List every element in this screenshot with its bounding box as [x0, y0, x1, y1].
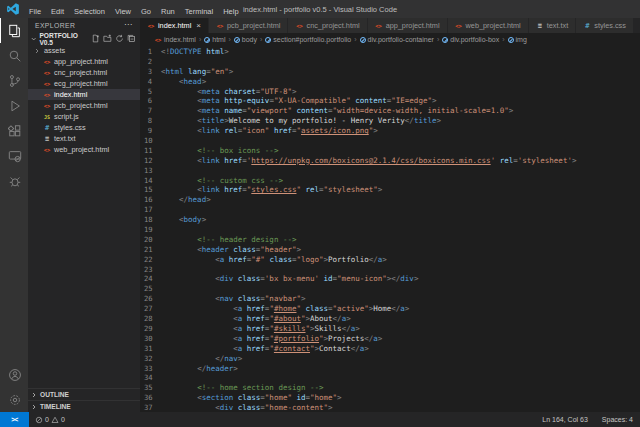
line-number: 1	[144, 47, 161, 57]
file-item-pcb_project-html[interactable]: <>pcb_project.html	[28, 100, 140, 111]
menu-file[interactable]: File	[24, 7, 46, 16]
line-number: 7	[144, 106, 161, 116]
menu-view[interactable]: View	[110, 7, 136, 16]
breadcrumb-item[interactable]: div.portfolio-container	[360, 36, 434, 43]
line-content: <!-- home section design -->	[161, 383, 324, 393]
chevron-right-icon	[30, 391, 38, 399]
css-file-icon: #	[583, 22, 591, 30]
remote-explorer-icon[interactable]	[0, 143, 28, 168]
collapse-all-icon[interactable]	[127, 34, 136, 43]
code-line: 36 <section class="home" id="home">	[140, 393, 640, 403]
folder-item-assets[interactable]: assets	[28, 45, 140, 56]
file-item-app_project-html[interactable]: <>app_project.html	[28, 56, 140, 67]
code-editor[interactable]: 1<!DOCTYPE html>23<html lang="en">4 <hea…	[140, 46, 640, 412]
breadcrumb-item[interactable]: section#portfolio.portfolio	[265, 36, 351, 43]
line-number: 4	[144, 77, 161, 87]
line-content: <a href="#home" class="active">Home</a>	[161, 304, 409, 314]
code-line: 22 <a href="#" class="logo">Portfolio</a…	[140, 255, 640, 265]
settings-icon[interactable]	[0, 387, 28, 412]
line-content: <div class="home-content">	[161, 403, 333, 412]
file-item-ecg_project-html[interactable]: <>ecg_project.html	[28, 78, 140, 89]
html-file-icon: <>	[43, 81, 51, 87]
line-number: 9	[144, 126, 161, 136]
bug-tool-icon[interactable]	[0, 168, 28, 193]
code-line: 2	[140, 57, 640, 67]
menu-selection[interactable]: Selection	[69, 7, 110, 16]
line-number: 12	[144, 156, 161, 166]
tab-web_project-html[interactable]: <>web_project.html	[448, 18, 529, 33]
file-item-text-txt[interactable]: ≡text.txt	[28, 133, 140, 144]
line-content: <meta http-equiv="X-UA-Compatible" conte…	[161, 96, 436, 106]
line-number: 21	[144, 245, 161, 255]
menu-run[interactable]: Run	[156, 7, 180, 16]
new-folder-icon[interactable]	[103, 34, 112, 43]
line-content: <!-- box icons -->	[161, 146, 278, 156]
html-file-icon: <>	[154, 37, 162, 43]
file-item-web_project-html[interactable]: <>web_project.html	[28, 144, 140, 155]
explorer-header: EXPLORER ⋯	[28, 18, 140, 32]
timeline-panel-header[interactable]: TIMELINE	[28, 400, 140, 412]
tab-text-txt[interactable]: ≡text.txt	[529, 18, 577, 33]
breadcrumb-item[interactable]: img	[508, 36, 527, 43]
file-name-label: ecg_project.html	[54, 79, 108, 88]
line-number: 32	[144, 354, 161, 364]
html-file-icon: <>	[43, 92, 51, 98]
new-file-icon[interactable]	[91, 34, 100, 43]
explorer-section-header[interactable]: PORTFOLIO V0.5	[28, 32, 140, 45]
file-item-index-html[interactable]: <>index.html	[28, 89, 140, 100]
menu-help[interactable]: Help	[218, 7, 243, 16]
explorer-title: EXPLORER	[35, 22, 75, 29]
tab-cnc_project-html[interactable]: <>cnc_project.html	[288, 18, 367, 33]
tab-styles-css[interactable]: #styles.css	[576, 18, 634, 33]
breadcrumb-separator: ›	[225, 36, 233, 43]
line-number: 10	[144, 136, 161, 146]
remote-indicator[interactable]: ><	[0, 412, 29, 427]
warning-icon	[51, 416, 59, 424]
explorer-icon[interactable]	[0, 18, 28, 43]
outline-panel-header[interactable]: OUTLINE	[28, 388, 140, 400]
file-item-styles-css[interactable]: #styles.css	[28, 122, 140, 133]
line-content: <meta name="viewport" content="width=dev…	[161, 106, 513, 116]
html-file-icon: <>	[43, 70, 51, 76]
line-number: 8	[144, 116, 161, 126]
extensions-icon[interactable]	[0, 118, 28, 143]
run-and-debug-icon[interactable]	[0, 93, 28, 118]
cursor-position[interactable]: Ln 164, Col 63	[535, 416, 595, 423]
tab-app_project-html[interactable]: <>app_project.html	[368, 18, 448, 33]
file-item-cnc_project-html[interactable]: <>cnc_project.html	[28, 67, 140, 78]
code-line: 14 <!-- custom css -->	[140, 176, 640, 186]
line-content: <link href='https://unpkg.com/boxicons@2…	[161, 156, 576, 166]
code-line: 16 </head>	[140, 195, 640, 205]
txt-file-icon: ≡	[43, 135, 51, 143]
source-control-icon[interactable]	[0, 68, 28, 93]
code-line: 11 <!-- box icons -->	[140, 146, 640, 156]
code-line: 26 <nav class="navbar">	[140, 294, 640, 304]
code-line: 37 <div class="home-content">	[140, 403, 640, 412]
breadcrumb-item[interactable]: html	[204, 36, 225, 43]
editor-group: <>index.html×<>pcb_project.html<>cnc_pro…	[140, 18, 640, 412]
tab-pcb_project-html[interactable]: <>pcb_project.html	[209, 18, 289, 33]
html-element-symbol-icon	[265, 37, 271, 43]
file-item-script-js[interactable]: JSscript.js	[28, 111, 140, 122]
breadcrumb-item[interactable]: div.portfolio-box	[442, 36, 499, 43]
refresh-icon[interactable]	[115, 34, 124, 43]
breadcrumb-item[interactable]: body	[234, 36, 257, 43]
indentation-setting[interactable]: Spaces: 4	[595, 416, 640, 423]
tab-index-html[interactable]: <>index.html×	[140, 18, 209, 33]
menu-terminal[interactable]: Terminal	[180, 7, 218, 16]
problems-indicator[interactable]: 0 0	[29, 416, 71, 424]
html-file-icon: <>	[455, 23, 463, 29]
line-content: <!-- custom css -->	[161, 176, 283, 186]
line-content: <body>	[161, 215, 206, 225]
more-actions-icon[interactable]: ⋯	[124, 22, 133, 28]
code-line: 35 <!-- home section design -->	[140, 383, 640, 393]
close-icon[interactable]: ×	[196, 22, 201, 30]
code-line: 7 <meta name="viewport" content="width=d…	[140, 106, 640, 116]
breadcrumb-item[interactable]: <>index.html	[154, 36, 196, 43]
line-number: 23	[144, 265, 161, 275]
menu-go[interactable]: Go	[136, 7, 156, 16]
accounts-icon[interactable]	[0, 362, 28, 387]
file-name-label: cnc_project.html	[54, 68, 107, 77]
menu-edit[interactable]: Edit	[46, 7, 69, 16]
search-icon[interactable]	[0, 43, 28, 68]
